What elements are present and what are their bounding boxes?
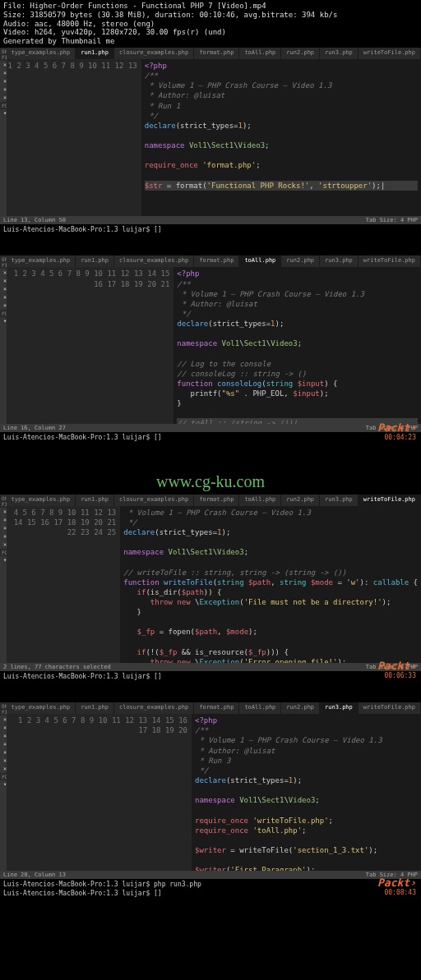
folder-item[interactable]: writeToFile.php (0, 191, 7, 200)
editor-tab[interactable]: run3.php (320, 48, 359, 59)
folder-item[interactable]: format.php (0, 589, 7, 597)
folder-item[interactable]: run2.php (0, 375, 7, 383)
editor-tab[interactable]: run3.php (320, 495, 359, 506)
folder-item[interactable]: 1.3 (0, 805, 7, 813)
terminal-panel[interactable]: Luis-Atencios-MacBook-Pro:1.3 luijar$ ph… (0, 879, 421, 899)
folder-item[interactable]: writeToFile.php (0, 399, 7, 407)
open-file-item[interactable]: × run1.php (0, 724, 7, 732)
folder-item[interactable]: writeToFile.php (0, 863, 7, 871)
editor-tab[interactable]: writeToFile.php (359, 255, 421, 267)
folder-item[interactable]: toAll.php (0, 622, 7, 630)
folder-item[interactable]: 1.1 (0, 126, 7, 134)
open-file-item[interactable]: × closure_examples.php (0, 77, 7, 85)
folder-item[interactable]: 1.2 (0, 134, 7, 142)
open-file-item[interactable]: × run1.php (0, 277, 7, 285)
folder-item[interactable]: format.php (0, 358, 7, 366)
editor-tab[interactable]: run3.php (320, 702, 359, 714)
open-file-item[interactable]: × format.php (0, 85, 7, 94)
folder-item[interactable]: writeToFile.php (0, 630, 7, 638)
editor-tab[interactable]: run2.php (281, 255, 320, 267)
file-sidebar[interactable]: OPEN FILES× type_examples.php× run1.php×… (0, 495, 7, 663)
open-file-item[interactable]: × format.php (0, 293, 7, 301)
folder-root[interactable]: ▾ vol1 (0, 556, 7, 564)
editor-tab[interactable]: closure_examples.php (114, 702, 194, 714)
folder-item[interactable]: run2.php (0, 605, 7, 614)
open-file-item[interactable]: × type_examples.php (0, 61, 7, 69)
open-file-item[interactable]: × type_examples.php (0, 715, 7, 724)
folder-item[interactable]: 1.2 (0, 573, 7, 581)
open-file-item[interactable]: × type_examples.php (0, 508, 7, 516)
terminal-panel[interactable]: Luis-Atencios-MacBook-Pro:1.3 luijar$ [] (0, 224, 421, 236)
editor-tab[interactable]: format.php (194, 495, 239, 506)
open-file-item[interactable]: × toAll.php (0, 94, 7, 102)
code-lines[interactable]: <?php /** * Volume 1 — PHP Crash Course … (141, 59, 421, 216)
folder-item[interactable]: toAll.php (0, 183, 7, 191)
editor-tab[interactable]: closure_examples.php (114, 48, 194, 59)
folder-item[interactable]: 1.3 (0, 350, 7, 358)
folder-item[interactable]: run3.php (0, 383, 7, 391)
open-file-item[interactable]: × format.php (0, 740, 7, 748)
folder-item[interactable]: format.php (0, 813, 7, 821)
folder-item[interactable]: run2.php (0, 167, 7, 175)
folder-item[interactable]: run3.php (0, 838, 7, 846)
editor-tab[interactable]: toAll.php (239, 255, 281, 267)
editor-tab[interactable]: type_examples.php (7, 495, 76, 506)
editor-tab[interactable]: writeToFile.php (359, 495, 421, 506)
editor-tab[interactable]: closure_examples.php (114, 255, 194, 267)
folder-item[interactable]: 1.2 (0, 342, 7, 350)
folder-item[interactable]: run1.php (0, 366, 7, 375)
editor-tab[interactable]: format.php (194, 255, 239, 267)
editor-tab[interactable]: run1.php (76, 495, 114, 506)
editor-tab[interactable]: run2.php (281, 48, 320, 59)
file-sidebar[interactable]: OPEN FILES× type_examples.php× run1.php×… (0, 702, 7, 871)
editor-tab[interactable]: toAll.php (239, 495, 281, 506)
file-sidebar[interactable]: OPEN FILES× type_examples.php× run1.php×… (0, 255, 7, 424)
editor-tab[interactable]: run1.php (76, 255, 114, 267)
editor-tab[interactable]: toAll.php (239, 702, 281, 714)
open-file-item[interactable]: × type_examples.php (0, 269, 7, 277)
code-area[interactable]: 1 2 3 4 5 6 7 8 9 10 11 12 13 14 15 16 1… (7, 714, 421, 871)
folder-item[interactable]: 1.3 (0, 581, 7, 589)
folder-item[interactable]: run1.php (0, 159, 7, 167)
code-lines[interactable]: <?php /** * Volume 1 — PHP Crash Course … (173, 267, 421, 424)
editor-tab[interactable]: writeToFile.php (359, 48, 421, 59)
folder-item[interactable]: run3.php (0, 614, 7, 622)
folder-item[interactable]: 1.2 (0, 797, 7, 805)
editor-tab[interactable]: type_examples.php (7, 255, 76, 267)
folder-item[interactable]: format.php (0, 150, 7, 159)
folder-item[interactable]: toAll.php (0, 391, 7, 399)
code-area[interactable]: 1 2 3 4 5 6 7 8 9 10 11 12 13 14 15 16 1… (7, 267, 421, 424)
folder-item[interactable]: run1.php (0, 597, 7, 605)
folder-item[interactable]: 1.1 (0, 334, 7, 342)
folder-item[interactable]: 1.3 (0, 142, 7, 150)
code-area[interactable]: 4 5 6 7 8 9 10 11 12 13 14 15 16 17 18 1… (7, 506, 421, 663)
code-lines[interactable]: * Volume 1 — PHP Crash Course — Video 1.… (120, 506, 421, 663)
open-file-item[interactable]: × closure_examples.php (0, 524, 7, 532)
folder-item[interactable]: toAll.php (0, 854, 7, 863)
open-file-item[interactable]: × run3.php (0, 765, 7, 773)
editor-tab[interactable]: run2.php (281, 702, 320, 714)
terminal-panel[interactable]: Luis-Atencios-MacBook-Pro:1.3 luijar$ [] (0, 671, 421, 683)
folder-item[interactable]: run1.php (0, 821, 7, 830)
folder-root[interactable]: ▾ vol1 (0, 780, 7, 789)
folder-item[interactable]: phprand (0, 325, 7, 334)
editor-tab[interactable]: toAll.php (239, 48, 281, 59)
code-area[interactable]: 1 2 3 4 5 6 7 8 9 10 11 12 13<?php /** *… (7, 59, 421, 216)
folder-item[interactable]: phprand (0, 117, 7, 126)
folder-item[interactable]: 1.1 (0, 789, 7, 797)
code-lines[interactable]: <?php /** * Volume 1 — PHP Crash Course … (192, 714, 421, 871)
folder-item[interactable]: 1.1 (0, 564, 7, 573)
open-file-item[interactable]: × toAll.php (0, 541, 7, 549)
editor-tab[interactable]: writeToFile.php (359, 702, 421, 714)
folder-item[interactable]: section_1_3.txt (0, 846, 7, 854)
editor-tab[interactable]: run1.php (76, 702, 114, 714)
editor-tab[interactable]: type_examples.php (7, 48, 76, 59)
open-file-item[interactable]: × closure_examples.php (0, 732, 7, 740)
editor-tab[interactable]: format.php (194, 48, 239, 59)
folder-item[interactable]: run3.php (0, 175, 7, 183)
folder-root[interactable]: ▾ vol1 (0, 109, 7, 117)
editor-tab[interactable]: run1.php (76, 48, 114, 59)
editor-tab[interactable]: run2.php (281, 495, 320, 506)
terminal-panel[interactable]: Luis-Atencios-MacBook-Pro:1.3 luijar$ [] (0, 432, 421, 444)
editor-tab[interactable]: closure_examples.php (114, 495, 194, 506)
